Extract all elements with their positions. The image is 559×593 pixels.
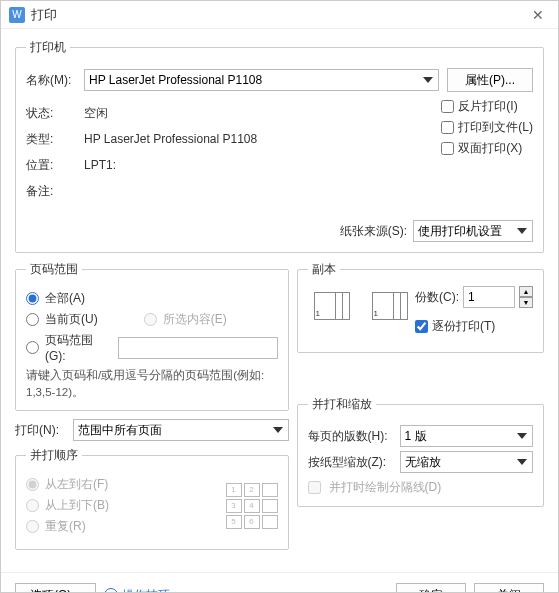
range-pages-radio[interactable]: 页码范围(G):: [26, 332, 278, 363]
printer-group: 打印机 名称(M): HP LaserJet Professional P110…: [15, 39, 544, 253]
dialog-title: 打印: [31, 6, 526, 24]
printer-legend: 打印机: [26, 39, 70, 56]
range-hint: 请键入页码和/或用逗号分隔的页码范围(例如: 1,3,5-12)。: [26, 367, 278, 400]
close-button[interactable]: 关闭: [474, 583, 544, 593]
copies-group: 副本 321 321 份数(C): ▲▼ 逐份打印(T): [297, 261, 544, 353]
scale-legend: 并打和缩放: [308, 396, 376, 413]
range-all-radio[interactable]: 全部(A): [26, 290, 278, 307]
reverse-checkbox[interactable]: 反片打印(I): [441, 98, 533, 115]
copies-spinner[interactable]: ▲▼: [519, 286, 533, 308]
range-legend: 页码范围: [26, 261, 82, 278]
paper-source-select[interactable]: 使用打印机设置: [413, 220, 533, 242]
range-current-radio[interactable]: 当前页(U): [26, 311, 98, 328]
order-legend: 并打顺序: [26, 447, 82, 464]
status-value: 空闲: [84, 105, 417, 122]
close-icon[interactable]: ✕: [526, 3, 550, 27]
order-ttb-radio: 从上到下(B): [26, 497, 226, 514]
options-button[interactable]: 选项(O)...: [15, 583, 96, 593]
printer-name-select[interactable]: HP LaserJet Professional P1108: [84, 69, 439, 91]
per-sheet-select[interactable]: 1 版: [400, 425, 533, 447]
collate-checkbox[interactable]: 逐份打印(T): [415, 318, 533, 335]
location-value: LPT1:: [84, 158, 417, 172]
range-group: 页码范围 全部(A) 当前页(U) 所选内容(E) 页码范围(G): 请键入页码…: [15, 261, 289, 411]
comment-label: 备注:: [26, 183, 84, 200]
paper-scale-label: 按纸型缩放(Z):: [308, 454, 400, 471]
pages-input[interactable]: [118, 337, 278, 359]
borders-checkbox: 并打时绘制分隔线(D): [308, 479, 533, 496]
tips-link[interactable]: ▶ 操作技巧: [104, 587, 170, 593]
range-selection-radio: 所选内容(E): [144, 311, 227, 328]
location-label: 位置:: [26, 157, 84, 174]
order-group: 并打顺序 从左到右(F) 从上到下(B) 重复(R) 123456: [15, 447, 289, 550]
copies-label: 份数(C):: [415, 289, 459, 306]
print-what-label: 打印(N):: [15, 422, 73, 439]
app-icon: W: [9, 7, 25, 23]
print-what-select[interactable]: 范围中所有页面: [73, 419, 289, 441]
play-icon: ▶: [104, 588, 118, 593]
type-value: HP LaserJet Professional P1108: [84, 132, 417, 146]
copies-input[interactable]: [463, 286, 515, 308]
per-sheet-label: 每页的版数(H):: [308, 428, 400, 445]
properties-button[interactable]: 属性(P)...: [447, 68, 533, 92]
order-repeat-radio: 重复(R): [26, 518, 226, 535]
copies-preview-icon: 321 321: [314, 292, 414, 334]
type-label: 类型:: [26, 131, 84, 148]
order-ltr-radio: 从左到右(F): [26, 476, 226, 493]
ok-button[interactable]: 确定: [396, 583, 466, 593]
paper-source-label: 纸张来源(S):: [340, 223, 407, 240]
to-file-checkbox[interactable]: 打印到文件(L): [441, 119, 533, 136]
status-label: 状态:: [26, 105, 84, 122]
copies-legend: 副本: [308, 261, 340, 278]
paper-scale-select[interactable]: 无缩放: [400, 451, 533, 473]
scale-group: 并打和缩放 每页的版数(H):1 版 按纸型缩放(Z):无缩放 并打时绘制分隔线…: [297, 396, 544, 507]
name-label: 名称(M):: [26, 72, 84, 89]
duplex-checkbox[interactable]: 双面打印(X): [441, 140, 533, 157]
order-preview-icon: 123456: [226, 483, 278, 529]
